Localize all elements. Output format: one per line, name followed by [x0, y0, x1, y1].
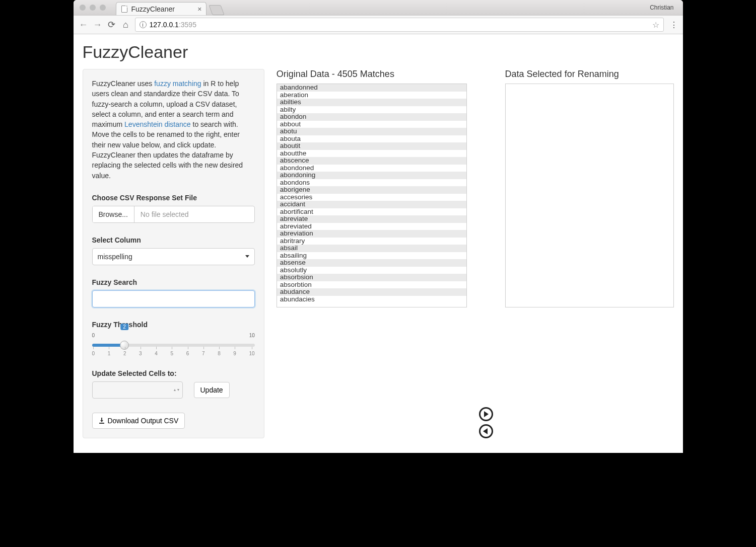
list-item[interactable]: aborigene: [277, 186, 466, 194]
list-item[interactable]: accesories: [277, 194, 466, 201]
list-item[interactable]: accidant: [277, 201, 466, 208]
list-item[interactable]: abreviate: [277, 215, 466, 223]
close-tab-icon[interactable]: ×: [197, 5, 201, 13]
window-controls: [80, 5, 106, 11]
chevron-down-icon: [245, 255, 249, 258]
home-icon[interactable]: ⌂: [121, 20, 131, 30]
sidebar-panel: FuzzyCleaner uses fuzzy matching in R to…: [83, 69, 264, 438]
list-item[interactable]: abreviation: [277, 230, 466, 238]
rename-value-input[interactable]: ▲▼: [92, 381, 183, 399]
new-tab-button[interactable]: [209, 5, 224, 15]
selected-data-list[interactable]: [505, 84, 674, 307]
list-item[interactable]: abondoned: [277, 165, 466, 172]
original-data-list[interactable]: abandonnedaberationabiltiesabiltyabondon…: [277, 84, 467, 307]
list-item[interactable]: abortificant: [277, 208, 466, 216]
browser-menu-icon[interactable]: ⋮: [668, 20, 678, 30]
levenshtein-link[interactable]: Levenshtein distance: [124, 120, 191, 128]
list-item[interactable]: abilties: [277, 99, 466, 106]
list-item[interactable]: aboutit: [277, 142, 466, 150]
reload-icon[interactable]: ⟳: [107, 19, 117, 30]
slider-value-tooltip: 2: [120, 324, 128, 330]
list-item[interactable]: absail: [277, 245, 466, 252]
window-title-bar: FuzzyCleaner × Christian: [74, 0, 683, 15]
list-item[interactable]: abondoning: [277, 172, 466, 179]
choose-file-label: Choose CSV Response Set File: [92, 194, 255, 202]
tab-title: FuzzyCleaner: [131, 5, 175, 13]
page-title: FuzzyCleaner: [83, 42, 674, 62]
list-item[interactable]: absolutly: [277, 267, 466, 274]
list-item[interactable]: absailing: [277, 252, 466, 260]
minimize-window-icon[interactable]: [90, 5, 96, 11]
list-item[interactable]: absense: [277, 259, 466, 267]
selected-data-title: Data Selected for Renaming: [505, 69, 674, 80]
fuzzy-matching-link[interactable]: fuzzy matching: [154, 80, 201, 88]
list-item[interactable]: abondon: [277, 113, 466, 121]
page-icon: [121, 6, 127, 13]
browse-button[interactable]: Browse...: [93, 206, 134, 222]
list-item[interactable]: absorbsion: [277, 274, 466, 281]
back-icon[interactable]: ←: [79, 20, 89, 30]
list-item[interactable]: abreviated: [277, 223, 466, 230]
browser-tab[interactable]: FuzzyCleaner ×: [116, 2, 207, 15]
update-cells-label: Update Selected Cells to:: [92, 369, 255, 377]
move-left-button[interactable]: [479, 424, 493, 438]
list-item[interactable]: abondons: [277, 179, 466, 187]
bookmark-star-icon[interactable]: ☆: [652, 20, 659, 30]
intro-paragraph: FuzzyCleaner uses fuzzy matching in R to…: [92, 79, 255, 181]
threshold-slider[interactable]: 010 2 012345678910: [92, 333, 255, 356]
address-bar[interactable]: i 127.0.0.1:3595 ☆: [135, 18, 664, 32]
site-info-icon[interactable]: i: [140, 21, 147, 28]
original-data-title: Original Data - 4505 Matches: [277, 69, 467, 80]
close-window-icon[interactable]: [80, 5, 86, 11]
list-item[interactable]: abscence: [277, 157, 466, 165]
profile-name[interactable]: Christian: [650, 4, 676, 11]
list-item[interactable]: abandonned: [277, 84, 466, 92]
column-select-value: misspelling: [98, 253, 132, 261]
download-csv-button[interactable]: Download Output CSV: [92, 413, 185, 429]
file-status: No file selected: [134, 206, 254, 222]
url-host: 127.0.0.1: [150, 21, 179, 29]
list-item[interactable]: abilty: [277, 106, 466, 114]
arrow-right-icon: [484, 411, 489, 417]
download-icon: [99, 418, 105, 424]
list-item[interactable]: aboutthe: [277, 150, 466, 158]
fuzzy-search-label: Fuzzy Search: [92, 278, 255, 286]
stepper-icon[interactable]: ▲▼: [173, 388, 178, 392]
arrow-left-icon: [483, 428, 488, 434]
list-item[interactable]: abouta: [277, 135, 466, 143]
file-picker[interactable]: Browse... No file selected: [92, 206, 255, 223]
list-item[interactable]: aberation: [277, 92, 466, 99]
zoom-window-icon[interactable]: [100, 5, 106, 11]
list-item[interactable]: absorbtion: [277, 281, 466, 289]
url-port: :3595: [179, 21, 196, 29]
column-select[interactable]: misspelling: [92, 248, 255, 265]
list-item[interactable]: abotu: [277, 128, 466, 135]
fuzzy-threshold-label: Fuzzy Threshold: [92, 321, 255, 329]
list-item[interactable]: abbout: [277, 121, 466, 128]
update-button[interactable]: Update: [194, 382, 230, 398]
select-column-label: Select Column: [92, 236, 255, 244]
list-item[interactable]: abudance: [277, 288, 466, 296]
forward-icon[interactable]: →: [93, 20, 103, 30]
list-item[interactable]: abritrary: [277, 238, 466, 245]
browser-nav-bar: ← → ⟳ ⌂ i 127.0.0.1:3595 ☆ ⋮: [74, 15, 683, 34]
fuzzy-search-input[interactable]: [92, 290, 255, 307]
move-right-button[interactable]: [479, 407, 493, 421]
list-item[interactable]: abundacies: [277, 296, 466, 303]
